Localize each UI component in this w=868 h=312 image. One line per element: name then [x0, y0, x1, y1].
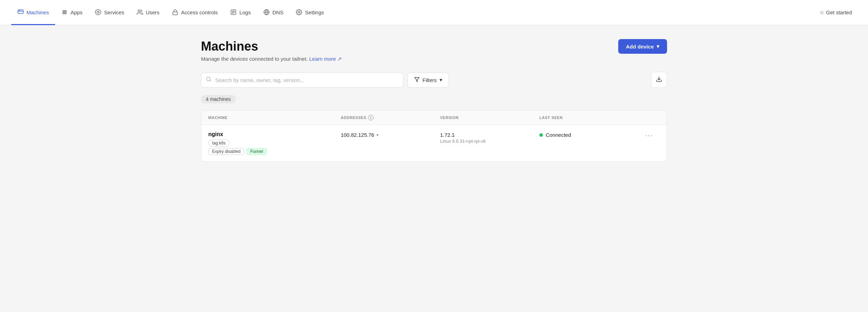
subtitle-text: Manage the devices connected to your tai… [201, 56, 308, 62]
nav-item-settings[interactable]: Settings [290, 0, 330, 25]
search-input[interactable] [201, 73, 403, 88]
chevron-down-icon: ▾ [657, 43, 659, 50]
last-seen-cell: Connected [539, 131, 639, 138]
nav-item-users[interactable]: Users [130, 0, 166, 25]
add-device-button[interactable]: Add device ▾ [618, 39, 667, 54]
col-last-seen: LAST SEEN [539, 115, 639, 120]
nav-item-services[interactable]: Services [89, 0, 130, 25]
add-device-label: Add device [626, 44, 654, 50]
services-icon [95, 9, 101, 15]
nav-access-controls-label: Access controls [181, 9, 218, 15]
apps-icon [61, 9, 68, 15]
nav-apps-label: Apps [70, 9, 82, 15]
machine-tags: tag:k8s [208, 140, 341, 147]
nav-item-apps[interactable]: Apps [55, 0, 89, 25]
machine-cell: nginx tag:k8s Expiry disabled Funnel [208, 131, 341, 155]
badge-expiry-disabled: Expiry disabled [208, 148, 244, 155]
actions-cell: ··· [639, 131, 660, 139]
main-content: Machines Manage the devices connected to… [190, 25, 678, 162]
col-addresses: ADDRESSES i [341, 115, 440, 120]
machines-icon [17, 9, 24, 15]
machine-tag-k8s[interactable]: tag:k8s [208, 140, 230, 147]
badge-funnel: Funnel [246, 148, 267, 155]
top-nav: Machines Apps Services [0, 0, 868, 25]
nav-users-label: Users [146, 9, 159, 15]
address-cell: 100.82.125.76 ▾ [341, 131, 440, 138]
addresses-info-icon[interactable]: i [368, 115, 374, 120]
nav-right: ☆ Get started [815, 0, 857, 25]
col-machine: MACHINE [208, 115, 341, 120]
download-icon [656, 76, 662, 84]
status-dot-connected [539, 133, 543, 137]
filter-icon [414, 77, 420, 83]
logs-icon [230, 9, 237, 15]
table-header: MACHINE ADDRESSES i VERSION LAST SEEN [201, 111, 667, 125]
col-actions [639, 115, 660, 120]
filters-chevron-icon: ▾ [440, 77, 442, 83]
svg-point-3 [63, 10, 65, 12]
machine-address: 100.82.125.76 [341, 132, 374, 138]
svg-point-8 [138, 10, 140, 12]
svg-point-16 [298, 12, 300, 13]
address-chevron-icon[interactable]: ▾ [376, 133, 379, 138]
svg-point-6 [65, 13, 67, 14]
filters-button[interactable]: Filters ▾ [407, 73, 449, 88]
svg-rect-0 [18, 10, 23, 14]
svg-rect-9 [173, 12, 178, 15]
page-title-section: Machines Manage the devices connected to… [201, 39, 342, 62]
nav-settings-label: Settings [305, 9, 324, 15]
col-version: VERSION [440, 115, 539, 120]
page-title: Machines [201, 39, 342, 54]
nav-dns-label: DNS [272, 9, 284, 15]
svg-point-4 [65, 10, 67, 12]
last-seen-status: Connected [546, 132, 571, 138]
star-icon: ☆ [820, 9, 824, 16]
nav-machines-label: Machines [27, 9, 49, 15]
machines-count-badge: 4 machines [201, 95, 236, 103]
svg-marker-19 [414, 77, 419, 82]
page-subtitle: Manage the devices connected to your tai… [201, 56, 342, 62]
svg-point-5 [63, 13, 65, 14]
learn-more-link[interactable]: Learn more ↗ [309, 56, 342, 62]
machines-table: MACHINE ADDRESSES i VERSION LAST SEEN ng… [201, 110, 667, 162]
get-started-label: Get started [826, 9, 852, 15]
filters-label: Filters [422, 77, 437, 83]
nav-item-machines[interactable]: Machines [11, 0, 55, 25]
version-number: 1.72.1 [440, 132, 539, 138]
version-cell: 1.72.1 Linux 6.6.31+rpt-rpi-v8 [440, 131, 539, 144]
nav-services-label: Services [104, 9, 124, 15]
more-options-button[interactable]: ··· [645, 131, 653, 139]
page-header: Machines Manage the devices connected to… [201, 39, 667, 62]
settings-icon [296, 9, 302, 15]
users-icon [137, 9, 143, 15]
nav-item-dns[interactable]: DNS [257, 0, 290, 25]
table-row: nginx tag:k8s Expiry disabled Funnel 100… [201, 125, 667, 161]
dns-icon [263, 9, 270, 15]
nav-items: Machines Apps Services [11, 0, 815, 25]
nav-logs-label: Logs [239, 9, 251, 15]
toolbar: Filters ▾ [201, 72, 667, 88]
lock-icon [172, 9, 178, 15]
nav-item-access-controls[interactable]: Access controls [166, 0, 224, 25]
download-button[interactable] [651, 72, 667, 88]
search-container [201, 73, 403, 88]
machine-name: nginx [208, 131, 341, 138]
get-started-button[interactable]: ☆ Get started [815, 7, 857, 18]
svg-point-7 [97, 11, 99, 13]
nav-item-logs[interactable]: Logs [224, 0, 257, 25]
count-label: 4 machines [206, 96, 231, 102]
version-os: Linux 6.6.31+rpt-rpi-v8 [440, 139, 539, 144]
